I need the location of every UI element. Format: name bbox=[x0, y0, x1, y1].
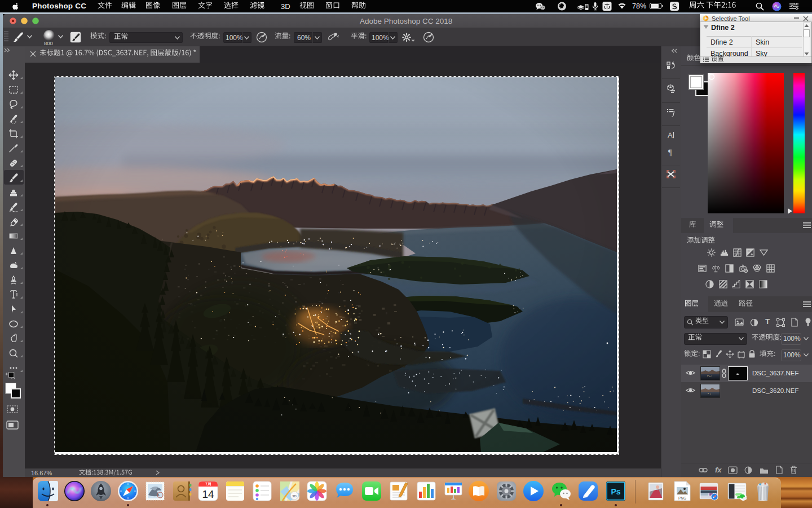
svg-text:14: 14 bbox=[202, 488, 214, 500]
svg-text:Ps: Ps bbox=[611, 487, 620, 496]
svg-text:¶: ¶ bbox=[668, 148, 672, 157]
svg-text:A: A bbox=[668, 131, 673, 139]
svg-text:PNG: PNG bbox=[678, 496, 686, 500]
svg-text:3D: 3D bbox=[292, 494, 297, 498]
